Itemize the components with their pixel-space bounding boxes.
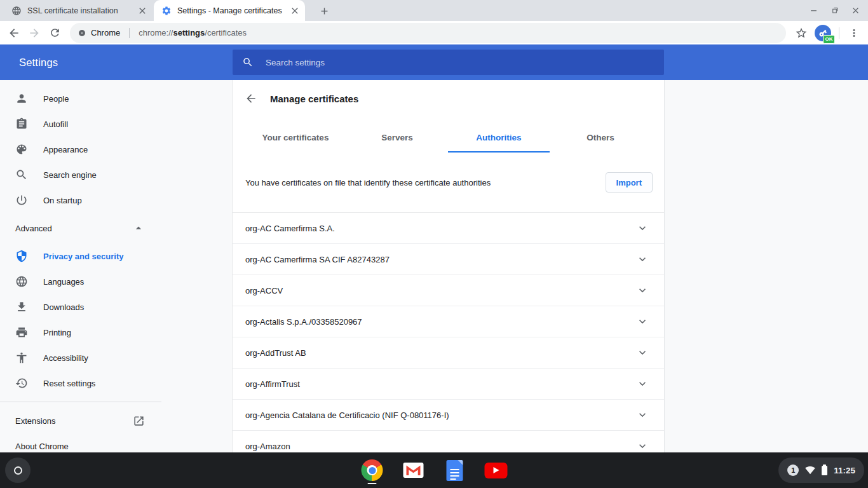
settings-search[interactable] xyxy=(233,50,664,75)
about-label: About Chrome xyxy=(15,442,69,451)
bookmark-button[interactable] xyxy=(792,24,810,42)
palette-icon xyxy=(15,143,28,156)
import-button[interactable]: Import xyxy=(606,172,653,193)
accessibility-icon xyxy=(15,351,28,364)
browser-toolbar: Chrome chrome://settings/certificates OK xyxy=(0,21,868,44)
chevron-down-icon[interactable] xyxy=(636,315,649,328)
sidebar-item-about-chrome[interactable]: About Chrome xyxy=(0,433,161,452)
chevron-down-icon[interactable] xyxy=(636,409,649,421)
certificate-name: org-AC Camerfirma S.A. xyxy=(245,224,335,233)
certificate-row[interactable]: org-Actalis S.p.A./03358520967 xyxy=(233,306,664,337)
settings-title: Settings xyxy=(19,44,58,80)
tab-close-icon[interactable] xyxy=(290,6,300,16)
certificate-name: org-AC Camerfirma SA CIF A82743287 xyxy=(245,255,390,264)
certificate-row[interactable]: org-Amazon xyxy=(233,431,664,452)
tab-others[interactable]: Others xyxy=(550,125,651,152)
restore-button[interactable] xyxy=(827,3,842,18)
sidebar-item-search-engine[interactable]: Search engine xyxy=(0,162,161,187)
chevron-down-icon[interactable] xyxy=(636,346,649,359)
profile-avatar[interactable]: OK xyxy=(815,25,831,41)
settings-search-input[interactable] xyxy=(266,58,654,67)
printer-icon xyxy=(15,326,28,339)
notification-count-badge: 1 xyxy=(787,464,799,476)
shelf-app-docs[interactable] xyxy=(444,459,466,482)
browser-tab-settings[interactable]: Settings - Manage certificates xyxy=(154,0,305,21)
page-title: Manage certificates xyxy=(270,93,358,104)
back-arrow-icon[interactable] xyxy=(245,92,257,105)
sidebar-item-reset-settings[interactable]: Reset settings xyxy=(0,370,161,396)
site-label: Chrome xyxy=(91,28,120,37)
url-text: chrome://settings/certificates xyxy=(139,28,247,37)
chevron-down-icon[interactable] xyxy=(636,284,649,297)
chevron-down-icon[interactable] xyxy=(636,253,649,266)
tab-authorities[interactable]: Authorities xyxy=(448,125,550,152)
forward-arrow-icon xyxy=(28,27,41,39)
chromeos-shelf: 1 11:25 xyxy=(0,452,868,488)
restore-icon xyxy=(830,6,839,15)
tab-your-certificates[interactable]: Your certificates xyxy=(245,125,346,152)
certificate-row[interactable]: org-AC Camerfirma S.A. xyxy=(233,213,664,244)
wifi-icon xyxy=(805,465,815,475)
sidebar-item-printing[interactable]: Printing xyxy=(0,320,161,345)
tab-servers[interactable]: Servers xyxy=(346,125,448,152)
tab-close-icon[interactable] xyxy=(137,6,147,16)
sidebar-item-autofill[interactable]: Autofill xyxy=(0,111,161,137)
download-icon xyxy=(15,301,28,313)
sidebar-advanced-toggle[interactable]: Advanced xyxy=(0,213,161,243)
back-button[interactable] xyxy=(5,24,23,42)
sidebar-label: People xyxy=(43,94,69,104)
globe-favicon-icon xyxy=(11,6,22,16)
toolbar-divider xyxy=(839,27,839,39)
certificate-row[interactable]: org-AC Camerfirma SA CIF A82743287 xyxy=(233,244,664,275)
settings-sidebar: People Autofill Appearance Search engine… xyxy=(0,80,161,452)
sidebar-item-accessibility[interactable]: Accessibility xyxy=(0,345,161,370)
launcher-button[interactable] xyxy=(5,458,31,483)
shelf-app-youtube[interactable] xyxy=(485,459,508,482)
power-icon xyxy=(15,194,28,207)
minimize-icon xyxy=(809,6,818,15)
browser-menu-button[interactable] xyxy=(845,24,863,42)
open-in-new-icon xyxy=(133,415,145,427)
sidebar-label: Reset settings xyxy=(43,379,95,388)
close-icon xyxy=(851,6,860,15)
battery-icon xyxy=(822,466,827,475)
shelf-app-gmail[interactable] xyxy=(402,459,425,482)
sidebar-item-appearance[interactable]: Appearance xyxy=(0,137,161,162)
chevron-down-icon[interactable] xyxy=(636,222,649,234)
chevron-down-icon[interactable] xyxy=(636,440,649,452)
globe-icon xyxy=(15,275,28,288)
sidebar-label: Autofill xyxy=(43,119,68,129)
sidebar-item-downloads[interactable]: Downloads xyxy=(0,294,161,320)
certificate-row[interactable]: org-Agencia Catalana de Certificacio (NI… xyxy=(233,400,664,431)
sidebar-item-extensions[interactable]: Extensions xyxy=(0,408,161,433)
back-arrow-icon xyxy=(8,27,20,39)
sidebar-label: Downloads xyxy=(43,302,84,312)
minimize-button[interactable] xyxy=(806,3,821,18)
certificate-row[interactable]: org-AddTrust AB xyxy=(233,337,664,369)
sidebar-item-people[interactable]: People xyxy=(0,86,161,111)
certificate-row[interactable]: org-AffirmTrust xyxy=(233,369,664,400)
sidebar-item-privacy-security[interactable]: Privacy and security xyxy=(0,243,161,269)
tab-title: SSL certificate installation xyxy=(27,6,132,15)
sidebar-item-on-startup[interactable]: On startup xyxy=(0,187,161,213)
certificate-tabs: Your certificates Servers Authorities Ot… xyxy=(245,125,651,152)
certificate-name: org-Actalis S.p.A./03358520967 xyxy=(245,317,362,327)
browser-tab-ssl-certificate[interactable]: SSL certificate installation xyxy=(4,0,153,21)
status-tray[interactable]: 1 11:25 xyxy=(778,458,864,483)
settings-page: People Autofill Appearance Search engine… xyxy=(0,80,868,452)
extensions-label: Extensions xyxy=(15,416,56,426)
forward-button[interactable] xyxy=(25,24,43,42)
caret-up-icon xyxy=(132,222,145,234)
clock: 11:25 xyxy=(834,466,855,475)
sidebar-label: Search engine xyxy=(43,170,97,180)
close-window-button[interactable] xyxy=(848,3,863,18)
sidebar-item-languages[interactable]: Languages xyxy=(0,269,161,294)
clipboard-icon xyxy=(15,118,28,130)
new-tab-button[interactable] xyxy=(316,3,332,18)
chevron-down-icon[interactable] xyxy=(636,377,649,390)
shelf-app-chrome[interactable] xyxy=(361,459,384,482)
address-bar[interactable]: Chrome chrome://settings/certificates xyxy=(70,23,786,43)
certificate-row[interactable]: org-ACCV xyxy=(233,275,664,306)
reload-button[interactable] xyxy=(46,24,64,42)
more-vert-icon xyxy=(848,27,860,39)
